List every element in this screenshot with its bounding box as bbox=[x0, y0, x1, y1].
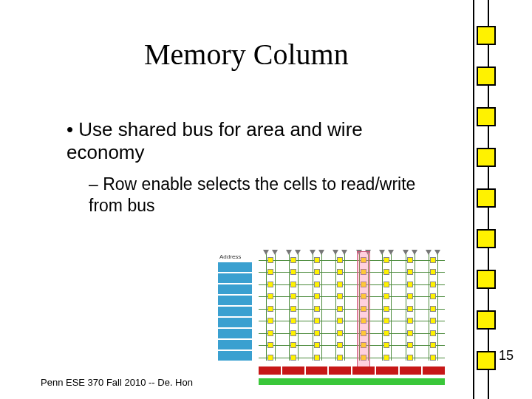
sense-amp bbox=[423, 366, 445, 375]
data-bus bbox=[259, 378, 445, 385]
memory-cell bbox=[407, 355, 413, 361]
memory-grid bbox=[259, 251, 445, 377]
sense-amps bbox=[259, 366, 445, 375]
memory-cell bbox=[290, 330, 296, 336]
memory-cell bbox=[290, 282, 296, 287]
bitline bbox=[429, 251, 429, 361]
decoder-row bbox=[218, 318, 252, 327]
memory-cell bbox=[383, 342, 389, 348]
arrow-icon bbox=[434, 250, 440, 255]
highlighted-column bbox=[357, 251, 370, 373]
memory-cell bbox=[477, 270, 496, 289]
wordline bbox=[259, 309, 445, 310]
decoder-row bbox=[218, 340, 252, 349]
sense-amp bbox=[306, 366, 328, 375]
arrow-icon bbox=[332, 250, 338, 255]
memory-cell bbox=[383, 318, 389, 324]
arrow-icon bbox=[379, 250, 385, 255]
decoder-row bbox=[218, 351, 252, 361]
memory-cell bbox=[407, 318, 413, 324]
memory-cell bbox=[290, 342, 296, 348]
bitline bbox=[415, 251, 415, 361]
memory-cell bbox=[430, 330, 436, 336]
memory-cell bbox=[267, 306, 273, 312]
memory-cell bbox=[407, 342, 413, 348]
wordline bbox=[259, 272, 445, 273]
sense-amp bbox=[282, 366, 304, 375]
memory-cell bbox=[314, 269, 320, 275]
memory-cell bbox=[337, 282, 343, 287]
memory-cell bbox=[430, 355, 436, 361]
memory-array-diagram: Address bbox=[218, 240, 451, 388]
sense-amp bbox=[376, 366, 398, 375]
memory-cell bbox=[383, 330, 389, 336]
memory-cell bbox=[430, 293, 436, 299]
arrow-icon bbox=[318, 250, 324, 255]
slide-title: Memory Column bbox=[144, 37, 349, 72]
memory-cell bbox=[267, 318, 273, 324]
sense-amp bbox=[400, 366, 422, 375]
memory-cell bbox=[314, 257, 320, 263]
memory-cell bbox=[407, 293, 413, 299]
memory-cell bbox=[337, 257, 343, 263]
decoder-row bbox=[218, 273, 252, 283]
memory-cell bbox=[407, 330, 413, 336]
wordline bbox=[259, 333, 445, 334]
bitline bbox=[437, 251, 438, 361]
decoder-row bbox=[218, 329, 252, 338]
memory-cell bbox=[314, 342, 320, 348]
address-label: Address bbox=[219, 253, 241, 260]
memory-cell bbox=[314, 330, 320, 336]
memory-cell bbox=[267, 269, 273, 275]
memory-cell bbox=[430, 282, 436, 287]
bitline bbox=[313, 251, 313, 361]
arrow-icon bbox=[403, 250, 409, 255]
wordline bbox=[259, 321, 445, 321]
arrow-icon bbox=[412, 250, 417, 255]
memory-cell bbox=[477, 66, 496, 86]
memory-cell bbox=[290, 257, 296, 263]
memory-cell bbox=[430, 269, 436, 275]
sense-amp bbox=[352, 366, 375, 375]
memory-cell bbox=[290, 306, 296, 312]
bitline bbox=[275, 251, 276, 361]
memory-cell bbox=[337, 293, 343, 299]
decoder-row bbox=[218, 307, 252, 316]
sense-amp bbox=[259, 366, 281, 375]
arrow-icon bbox=[286, 250, 292, 255]
wordline bbox=[259, 296, 445, 297]
memory-cell bbox=[290, 355, 296, 361]
memory-cell bbox=[383, 257, 389, 263]
wordline bbox=[259, 284, 445, 285]
memory-cell bbox=[337, 342, 343, 348]
wordline bbox=[259, 260, 445, 261]
memory-cell bbox=[383, 306, 389, 312]
memory-cell bbox=[407, 282, 413, 287]
memory-cell bbox=[337, 318, 343, 324]
memory-cell bbox=[290, 269, 296, 275]
memory-cell bbox=[383, 355, 389, 361]
main-bullet: Use shared bus for area and wire economy bbox=[66, 118, 436, 164]
arrow-icon bbox=[295, 250, 301, 255]
decoder-row bbox=[218, 262, 252, 272]
bitline bbox=[406, 251, 406, 361]
bitline bbox=[298, 251, 299, 361]
decoder-row bbox=[218, 296, 252, 305]
memory-cell bbox=[407, 269, 413, 275]
arrow-icon bbox=[272, 250, 278, 255]
wordline bbox=[259, 345, 445, 346]
memory-cell bbox=[337, 330, 343, 336]
bitline bbox=[391, 251, 392, 361]
bitline bbox=[266, 251, 267, 361]
arrow-icon bbox=[341, 250, 347, 255]
memory-cell bbox=[430, 306, 436, 312]
memory-cell bbox=[314, 306, 320, 312]
arrow-icon bbox=[388, 250, 394, 255]
memory-cell bbox=[290, 318, 296, 324]
memory-cell bbox=[267, 282, 273, 287]
memory-cell bbox=[314, 293, 320, 299]
sense-amp bbox=[329, 366, 351, 375]
arrow-icon bbox=[426, 250, 432, 255]
memory-cell bbox=[477, 188, 496, 208]
memory-cell bbox=[314, 318, 320, 324]
